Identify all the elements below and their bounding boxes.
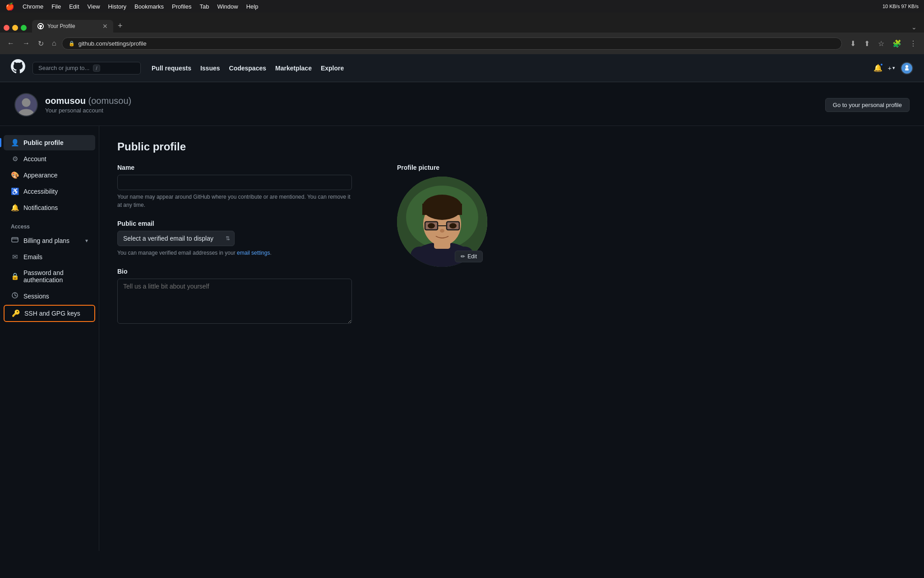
tab-close-btn[interactable]: ✕ <box>102 23 108 30</box>
github-header: Search or jump to... / Pull requests Iss… <box>0 54 924 82</box>
edit-photo-btn[interactable]: ✏ Edit <box>455 251 483 262</box>
svg-point-1 <box>18 109 34 117</box>
window-maximize-btn[interactable] <box>21 25 27 31</box>
mac-menu-profiles[interactable]: Profiles <box>172 3 191 10</box>
form-main-row: Name Your name may appear around GitHub … <box>117 164 487 336</box>
sidebar-item-notifications[interactable]: 🔔 Notifications <box>4 200 95 215</box>
mac-bar-right: 10 KB/s 97 KB/s <box>882 4 919 9</box>
email-settings-link[interactable]: email settings <box>237 250 270 256</box>
lock-icon: 🔒 <box>69 41 75 47</box>
gear-icon: ⚙ <box>11 155 19 163</box>
sidebar-item-sessions[interactable]: Sessions <box>4 288 95 304</box>
mac-menu-edit[interactable]: Edit <box>69 3 79 10</box>
user-full-name: oomusou (oomusou) <box>45 96 131 106</box>
user-settings-header: oomusou (oomusou) Your personal account … <box>0 82 924 126</box>
search-placeholder: Search or jump to... <box>38 65 89 71</box>
sidebar-item-emails[interactable]: ✉ Emails <box>4 249 95 265</box>
mac-menu-window[interactable]: Window <box>217 3 238 10</box>
extension-icon[interactable]: 🧩 <box>890 37 904 50</box>
plus-chevron-icon: ▾ <box>892 65 895 71</box>
user-menu-btn[interactable] <box>901 62 913 75</box>
name-input[interactable] <box>117 175 352 190</box>
new-tab-btn[interactable]: + <box>113 19 127 33</box>
nav-issues[interactable]: Issues <box>200 65 220 72</box>
active-tab[interactable]: Your Profile ✕ <box>32 20 113 33</box>
nav-marketplace[interactable]: Marketplace <box>275 65 312 72</box>
window-close-btn[interactable] <box>4 25 9 31</box>
sidebar-item-password[interactable]: 🔒 Password and authentication <box>4 266 95 287</box>
sidebar-label-appearance: Appearance <box>23 172 58 179</box>
go-to-profile-btn[interactable]: Go to your personal profile <box>825 98 910 112</box>
profile-picture-label: Profile picture <box>397 164 487 171</box>
home-btn[interactable]: ⌂ <box>49 37 59 49</box>
back-btn[interactable]: ← <box>5 37 17 49</box>
refresh-btn[interactable]: ↻ <box>35 37 46 50</box>
apple-menu[interactable]: 🍎 <box>5 2 14 11</box>
sidebar-item-billing[interactable]: Billing and plans ▾ <box>4 233 95 248</box>
main-content: 👤 Public profile ⚙ Account 🎨 Appearance … <box>0 126 924 551</box>
sidebar-label-notifications: Notifications <box>23 204 58 211</box>
sidebar-item-public-profile[interactable]: 👤 Public profile <box>4 135 95 150</box>
share-icon[interactable]: ⬆ <box>861 37 873 50</box>
bio-textarea[interactable] <box>117 279 352 324</box>
chevron-down-icon: ▾ <box>85 238 88 244</box>
content-area: Public profile Name Your name may appear… <box>99 126 505 551</box>
person-icon: 👤 <box>11 139 19 147</box>
user-details: oomusou (oomusou) Your personal account <box>45 96 131 114</box>
create-new-btn[interactable]: + ▾ <box>888 65 895 72</box>
nav-explore[interactable]: Explore <box>321 65 344 72</box>
window-minimize-btn[interactable] <box>12 25 18 31</box>
profile-picture-container: ✏ Edit <box>397 177 487 267</box>
key-icon: 🔑 <box>12 309 20 317</box>
user-info: oomusou (oomusou) Your personal account <box>14 93 131 117</box>
notifications-btn[interactable]: 🔔 <box>873 64 882 72</box>
address-bar-row: ← → ↻ ⌂ 🔒 github.com/settings/profile ⬇ … <box>0 33 924 54</box>
email-select[interactable]: Select a verified email to display <box>117 231 235 246</box>
sidebar-label-account: Account <box>23 155 46 163</box>
mac-menu-view[interactable]: View <box>88 3 100 10</box>
notification-dot <box>880 63 883 66</box>
download-icon[interactable]: ⬇ <box>847 37 859 50</box>
more-icon[interactable]: ⋮ <box>907 37 919 50</box>
mac-menu-file[interactable]: File <box>51 3 61 10</box>
sidebar-item-ssh-gpg-keys[interactable]: 🔑 SSH and GPG keys <box>4 305 95 322</box>
lock-icon: 🔒 <box>11 272 19 280</box>
svg-point-18 <box>449 223 457 228</box>
tab-dropdown-btn[interactable]: ⌄ <box>908 22 920 33</box>
search-shortcut-badge: / <box>93 65 100 72</box>
search-bar[interactable]: Search or jump to... / <box>32 62 141 75</box>
mac-menu-help[interactable]: Help <box>246 3 259 10</box>
name-form-group: Name Your name may appear around GitHub … <box>117 164 361 209</box>
sidebar-label-billing: Billing and plans <box>23 237 69 244</box>
svg-point-0 <box>22 98 30 107</box>
user-account-type: Your personal account <box>45 107 131 114</box>
nav-pull-requests[interactable]: Pull requests <box>152 65 191 72</box>
bio-form-group: Bio <box>117 268 361 325</box>
pencil-icon: ✏ <box>461 253 465 260</box>
settings-sidebar: 👤 Public profile ⚙ Account 🎨 Appearance … <box>0 126 99 551</box>
page-title: Public profile <box>117 140 487 153</box>
github-logo[interactable] <box>11 59 25 77</box>
email-hint-pre: You can manage verified email addresses … <box>117 250 237 256</box>
sidebar-label-public-profile: Public profile <box>23 139 64 146</box>
bookmark-icon[interactable]: ☆ <box>875 37 887 50</box>
sidebar-item-appearance[interactable]: 🎨 Appearance <box>4 168 95 183</box>
browser-actions: ⬇ ⬆ ☆ 🧩 ⋮ <box>847 37 919 50</box>
mac-os-bar: 🍎 Chrome File Edit View History Bookmark… <box>0 0 924 13</box>
mac-menu-bookmarks[interactable]: Bookmarks <box>134 3 164 10</box>
address-bar[interactable]: 🔒 github.com/settings/profile <box>62 37 842 50</box>
bio-label: Bio <box>117 268 361 275</box>
palette-icon: 🎨 <box>11 171 19 179</box>
user-avatar-small <box>901 62 913 75</box>
github-header-actions: 🔔 + ▾ <box>873 62 913 75</box>
sidebar-item-account[interactable]: ⚙ Account <box>4 151 95 167</box>
mac-menu-tab[interactable]: Tab <box>199 3 209 10</box>
svg-point-17 <box>428 223 435 228</box>
forward-btn[interactable]: → <box>20 37 32 49</box>
sidebar-item-accessibility[interactable]: ♿ Accessibility <box>4 184 95 199</box>
mac-status-info: 10 KB/s 97 KB/s <box>882 4 919 9</box>
mac-menu-history[interactable]: History <box>108 3 126 10</box>
sidebar-label-accessibility: Accessibility <box>23 188 58 195</box>
bell-icon: 🔔 <box>11 204 19 212</box>
nav-codespaces[interactable]: Codespaces <box>229 65 266 72</box>
